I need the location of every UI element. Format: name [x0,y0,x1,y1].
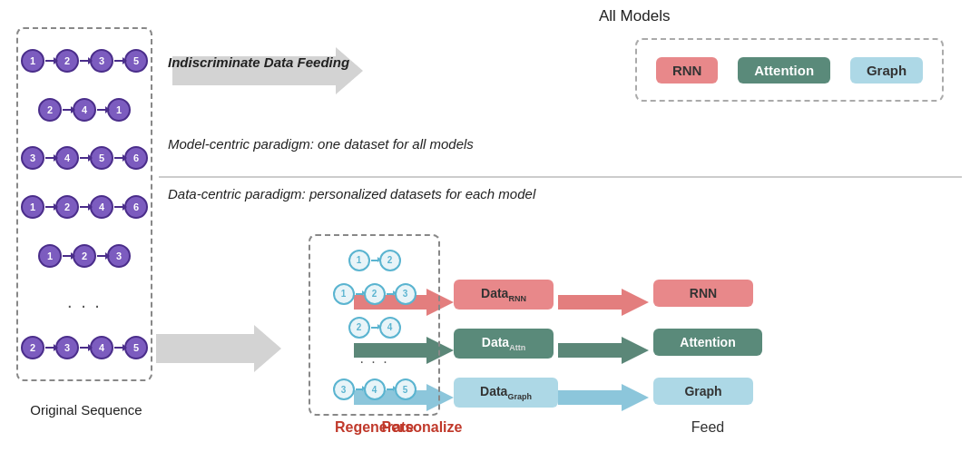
seq-node: 4 [55,146,79,170]
original-sequence-label: Original Sequence [23,401,150,419]
regenerate-box: 1 2 1 2 3 2 4 . . . 3 4 5 [309,234,440,416]
seq-arrow [97,255,106,257]
teal-arrow [387,293,394,295]
seq-node: 4 [90,336,113,359]
seq-arrow [45,347,54,349]
data-attn-box: DataAttn [454,329,554,359]
indiscriminate-label: Indiscriminate Data Feeding [168,54,349,70]
sequences-box: 1 2 3 5 2 4 1 3 4 5 6 1 [16,27,152,381]
teal-node: 4 [364,378,386,400]
seq-node: 3 [107,244,131,268]
seq-node: 2 [55,195,79,219]
seq-arrow [45,157,54,159]
diagram-container: 1 2 3 5 2 4 1 3 4 5 6 1 [0,0,980,462]
seq-node: 6 [124,146,148,170]
teal-arrow [356,293,363,295]
teal-arrow [371,327,378,329]
sequence-row-2: 2 4 1 [38,98,131,122]
seq-arrow [80,60,89,62]
sequence-row-1: 1 2 3 5 [21,49,148,73]
rnn-model-tag-top: RNN [656,57,719,84]
sub-sequence-1: 1 2 [348,250,401,271]
seq-node: 5 [124,336,148,359]
seq-node: 2 [73,244,96,268]
model-centric-label: Model-centric paradigm: one dataset for … [168,136,474,152]
seq-node: 1 [21,195,44,219]
data-rnn-box: DataRNN [454,280,554,310]
seq-node: 1 [107,98,131,122]
teal-arrow [387,388,394,390]
teal-node: 2 [364,283,386,305]
seq-arrow [45,206,54,208]
svg-marker-9 [558,289,649,316]
teal-node: 2 [348,317,370,339]
seq-arrow [114,206,123,208]
seq-arrow [114,157,123,159]
sub-seq-dots: . . . [359,350,388,367]
seq-arrow [45,60,54,62]
sequence-row-5: 1 2 3 [38,244,131,268]
teal-arrow [356,388,363,390]
teal-node: 3 [333,378,355,400]
attention-model-tag-top: Attention [738,57,830,84]
seq-arrow [63,255,72,257]
seq-node: 4 [90,195,113,219]
personalize-label: Personalize [354,419,490,436]
seq-arrow [97,109,106,111]
seq-node: 3 [21,146,44,170]
graph-sub: Graph [507,392,532,401]
rnn-model-box-bottom: RNN [653,280,753,307]
teal-node: 4 [379,317,401,339]
seq-node: 3 [90,49,113,73]
seq-arrow [80,157,89,159]
svg-marker-5 [156,325,281,372]
teal-node: 1 [333,283,355,305]
feed-label: Feed [653,419,762,436]
all-models-label: All Models [599,7,670,25]
seq-arrow [114,60,123,62]
data-graph-box: DataGraph [454,378,558,408]
teal-node: 3 [395,283,416,305]
seq-arrow [114,347,123,349]
seq-node: 2 [38,98,62,122]
graph-model-box-bottom: Graph [653,378,753,405]
teal-node: 1 [348,250,370,271]
teal-arrow [371,260,378,261]
seq-node: 5 [124,49,148,73]
data-centric-label: Data-centric paradigm: personalized data… [168,186,535,202]
seq-node: 6 [124,195,148,219]
sub-sequence-4: 3 4 5 [333,378,416,400]
seq-node: 1 [21,49,44,73]
sequence-dots: . . . [67,292,102,310]
seq-node: 1 [38,244,62,268]
sequence-row-6: 2 3 4 5 [21,336,148,359]
attn-sub: Attn [509,343,525,352]
teal-node: 2 [379,250,401,271]
seq-node: 3 [55,336,79,359]
sub-sequence-2: 1 2 3 [333,283,416,305]
seq-node: 5 [90,146,113,170]
graph-model-tag-top: Graph [850,57,923,84]
svg-marker-10 [558,337,649,364]
sequence-row-4: 1 2 4 6 [21,195,148,219]
top-models-box: RNN Attention Graph [635,38,944,102]
seq-arrow [80,347,89,349]
seq-node: 2 [55,49,79,73]
rnn-sub: RNN [508,294,526,303]
seq-node: 2 [21,336,44,359]
sub-sequence-3: 2 4 [348,317,401,339]
svg-marker-11 [558,384,649,411]
seq-arrow [63,109,72,111]
teal-node: 5 [395,378,416,400]
seq-node: 4 [73,98,96,122]
seq-arrow [80,206,89,208]
attention-model-box-bottom: Attention [653,329,762,356]
sequence-row-3: 3 4 5 6 [21,146,148,170]
